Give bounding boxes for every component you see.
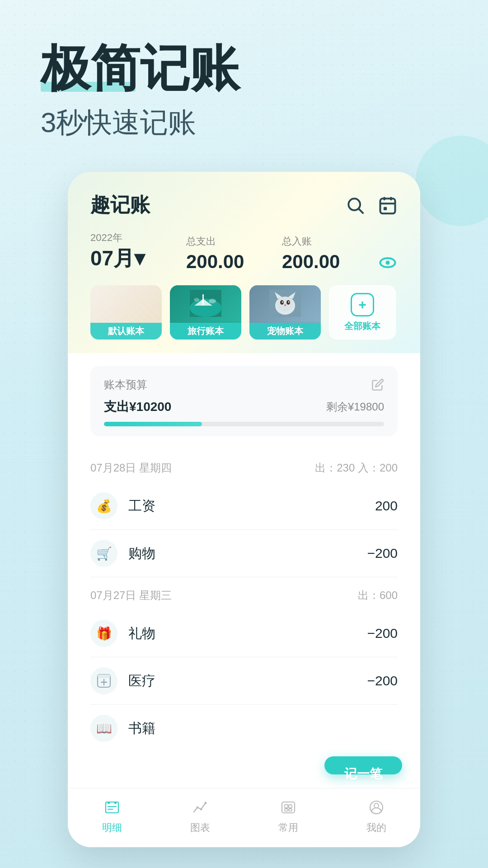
stat-month: 07月▾ [90,246,145,270]
income-stat: 总入账 200.00 [282,235,378,273]
hero-section: 极简记账 3秒快速记账 [0,0,488,160]
svg-point-28 [288,302,290,303]
record-button[interactable]: 记一笔 [324,756,402,774]
date-summary-1: 出：230 入：200 [315,461,398,475]
date-label-1: 07月28日 星期四 [90,461,172,475]
nav-item-list[interactable]: 明细 [68,797,156,835]
svg-rect-46 [289,809,292,811]
nav-label-list: 明细 [102,821,122,835]
gift-amount: −200 [367,626,398,641]
budget-edit-icon[interactable] [371,378,384,391]
book-add[interactable]: + 全部账本 [329,285,396,340]
hero-subtitle: 3秒快速记账 [41,104,456,142]
shopping-amount: −200 [367,546,398,561]
svg-rect-42 [282,802,295,813]
medical-amount: −200 [367,673,398,689]
bottom-nav: 明细 图表 [68,788,420,847]
nav-label-chart: 图表 [190,821,210,835]
books-icon: 📖 [90,715,117,742]
date-summary-2: 出：600 [358,588,398,603]
header-icons [345,195,398,215]
salary-icon: 💰 [90,492,117,519]
svg-rect-36 [114,802,117,804]
stats-row: 2022年 07月▾ 总支出 200.00 总入账 200.00 [90,231,398,273]
svg-point-27 [282,302,283,303]
svg-point-39 [196,807,198,809]
medical-icon [90,667,117,694]
transaction-list: 07月28日 星期四 出：230 入：200 💰 工资 200 🛒 购物 −20… [68,450,420,752]
search-icon[interactable] [345,195,365,215]
hero-title: 极简记账 [41,41,239,95]
books-name: 书籍 [128,719,387,738]
budget-remaining: 剩余¥19800 [326,400,384,414]
eye-icon[interactable] [378,253,398,273]
expense-stat: 总支出 200.00 [186,235,282,273]
book-default[interactable]: 默认账本 [90,285,162,340]
gift-icon: 🎁 [90,620,117,647]
book-add-label: 全部账本 [344,320,380,332]
svg-point-29 [284,304,286,306]
svg-rect-2 [380,198,395,213]
svg-rect-43 [285,805,288,808]
income-value: 200.00 [282,251,378,273]
budget-bar-fill [104,422,202,426]
svg-rect-31 [98,675,110,678]
date-stat[interactable]: 2022年 07月▾ [90,231,186,273]
card-header: 趣记账 2022年 07月▾ [68,172,420,353]
book-default-label: 默认账本 [90,323,162,340]
book-travel[interactable]: 旅行账本 [170,285,241,340]
date-label-2: 07月27日 星期三 [90,588,172,603]
nav-chart-icon [190,797,210,817]
date-header-1: 07月28日 星期四 出：230 入：200 [90,450,398,482]
books-row: 默认账本 旅行账本 [90,285,398,340]
nav-list-icon [102,797,122,817]
nav-mine-icon [366,797,386,817]
expense-label: 总支出 [186,235,282,248]
svg-rect-35 [108,802,110,804]
svg-point-41 [204,802,206,804]
svg-rect-17 [202,294,204,306]
phone-card: 趣记账 2022年 07月▾ [68,172,420,847]
svg-point-8 [385,260,389,264]
svg-point-40 [200,808,202,811]
transaction-medical[interactable]: 医疗 −200 [90,657,398,705]
svg-rect-44 [289,805,292,808]
book-pet[interactable]: 宠物账本 [249,285,321,340]
nav-item-mine[interactable]: 我的 [332,797,420,835]
shopping-name: 购物 [128,544,356,563]
svg-rect-45 [285,809,288,811]
salary-name: 工资 [128,497,364,515]
svg-point-48 [374,803,379,808]
app-title: 趣记账 [90,192,150,218]
nav-item-chart[interactable]: 图表 [156,797,244,835]
gift-name: 礼物 [128,624,356,643]
shopping-icon: 🛒 [90,540,117,567]
book-travel-label: 旅行账本 [170,323,241,340]
transaction-gift[interactable]: 🎁 礼物 −200 [90,610,398,657]
svg-point-18 [209,299,216,303]
budget-title: 账本预算 [104,377,147,392]
transaction-books[interactable]: 📖 书籍 [90,705,398,752]
book-pet-label: 宠物账本 [249,323,321,340]
income-label: 总入账 [282,235,378,248]
transaction-salary[interactable]: 💰 工资 200 [90,482,398,530]
nav-item-common[interactable]: 常用 [244,797,332,835]
nav-label-mine: 我的 [366,821,386,835]
nav-common-icon [278,797,298,817]
add-book-icon[interactable]: + [351,293,374,316]
nav-label-common: 常用 [278,821,298,835]
salary-amount: 200 [375,498,398,514]
date-header-2: 07月27日 星期三 出：600 [90,577,398,610]
medical-name: 医疗 [128,672,356,690]
stat-year: 2022年 [90,231,186,245]
transaction-shopping[interactable]: 🛒 购物 −200 [90,530,398,577]
calendar-icon[interactable] [378,195,398,215]
svg-line-1 [359,209,363,213]
svg-point-19 [194,298,199,302]
budget-spent: 支出¥10200 [104,398,171,415]
svg-rect-6 [384,207,387,210]
budget-card: 账本预算 支出¥10200 剩余¥19800 [90,366,398,436]
svg-point-0 [348,198,360,210]
budget-bar [104,422,384,426]
expense-value: 200.00 [186,251,282,273]
